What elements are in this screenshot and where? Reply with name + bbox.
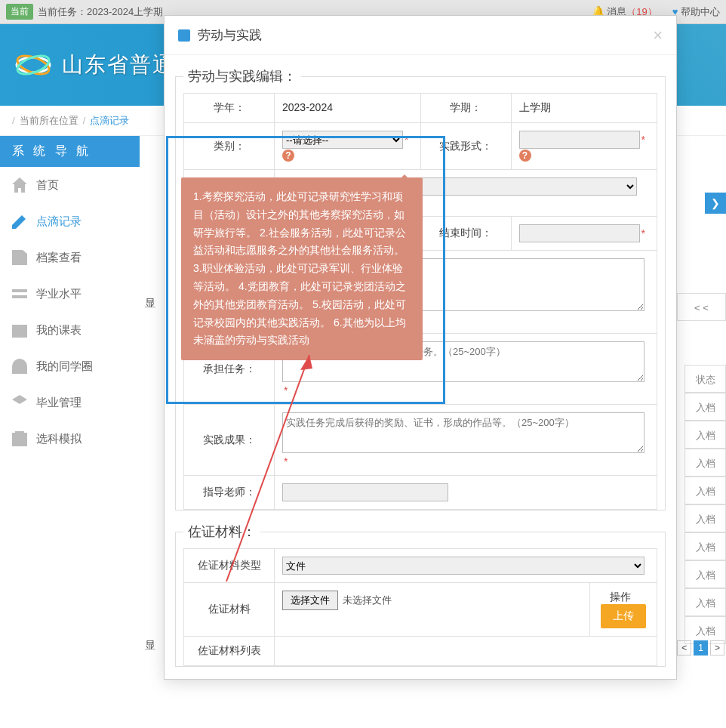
form-input[interactable] xyxy=(519,131,640,149)
sidebar-item-毕业管理[interactable]: 毕业管理 xyxy=(0,384,140,421)
ico-cal-icon xyxy=(12,322,27,338)
evidence-fieldset: 佐证材料： 佐证材料类型 文件 佐证材料 选择文件未选择文件 操作 上传 佐证材… xyxy=(175,523,666,667)
ev-type-label: 佐证材料类型 xyxy=(184,549,275,583)
status-cell: 入档 xyxy=(684,393,726,421)
teacher-label: 指导老师： xyxy=(184,476,275,510)
current-tag: 当前 xyxy=(6,4,33,20)
ico-edit-icon xyxy=(12,214,27,229)
sidebar-item-label: 点滴记录 xyxy=(36,214,82,229)
upload-button[interactable]: 上传 xyxy=(601,604,646,628)
term-label: 学期： xyxy=(420,94,511,123)
sidebar: 系 统 导 航 首页点滴记录档案查看学业水平我的课表我的同学圈毕业管理选科模拟 xyxy=(0,136,140,457)
ico-people-icon xyxy=(12,359,27,374)
teacher-input[interactable] xyxy=(282,483,448,501)
pager-top-prev2[interactable]: < < xyxy=(677,293,726,321)
logo-icon xyxy=(15,50,51,80)
type-tooltip: 1.考察探究活动，此处可记录研究性学习和项目（活动）设计之外的其他考察探究活动，… xyxy=(181,177,423,360)
pager-current[interactable]: 1 xyxy=(694,640,708,656)
result-textarea[interactable] xyxy=(282,412,644,453)
evidence-legend: 佐证材料： xyxy=(183,523,260,541)
sidebar-item-label: 毕业管理 xyxy=(36,396,82,410)
status-cell: 入档 xyxy=(684,421,726,449)
status-cell: 入档 xyxy=(684,477,726,504)
modal-icon xyxy=(178,29,190,42)
close-icon[interactable]: × xyxy=(653,27,663,44)
status-cell: 入档 xyxy=(684,449,726,477)
ico-grad-icon xyxy=(12,395,27,410)
choose-file-button[interactable]: 选择文件 xyxy=(282,591,338,610)
sidebar-item-学业水平[interactable]: 学业水平 xyxy=(0,276,140,312)
sidebar-item-label: 学业水平 xyxy=(36,287,82,301)
ico-clip-icon xyxy=(12,431,27,446)
form-label: 实践形式： xyxy=(420,123,511,170)
svg-point-0 xyxy=(17,57,50,72)
sidebar-item-我的课表[interactable]: 我的课表 xyxy=(0,312,140,348)
no-file-text: 未选择文件 xyxy=(343,594,392,606)
status-cell: 入档 xyxy=(684,504,726,532)
sidebar-item-档案查看[interactable]: 档案查看 xyxy=(0,239,140,276)
sidebar-item-label: 首页 xyxy=(36,178,59,193)
status-header: 状态 xyxy=(684,365,726,393)
sidebar-item-label: 我的同学圈 xyxy=(36,359,93,374)
end-input[interactable] xyxy=(519,224,640,242)
sidebar-item-label: 档案查看 xyxy=(36,251,82,265)
result-label: 实践成果： xyxy=(184,405,275,476)
status-cell: 入档 xyxy=(684,560,726,588)
help-link[interactable]: ♥ 帮助中心 xyxy=(672,5,720,19)
cut-text-1: 显 xyxy=(145,297,155,310)
ev-mat-label: 佐证材料 xyxy=(184,583,275,637)
status-cell: 入档 xyxy=(684,532,726,560)
sidebar-item-点滴记录[interactable]: 点滴记录 xyxy=(0,203,140,239)
term-value: 上学期 xyxy=(511,94,657,123)
ico-home-icon xyxy=(12,177,27,193)
ev-list-label: 佐证材料列表 xyxy=(184,637,275,666)
type-select[interactable]: --请选择-- xyxy=(282,131,403,149)
sidebar-item-选科模拟[interactable]: 选科模拟 xyxy=(0,421,140,457)
right-arrow-button[interactable]: ❯ xyxy=(705,193,726,214)
cut-text-2: 显 xyxy=(145,639,155,652)
sidebar-item-label: 选科模拟 xyxy=(36,432,82,446)
sidebar-item-首页[interactable]: 首页 xyxy=(0,167,140,203)
sidebar-item-label: 我的课表 xyxy=(36,323,82,338)
sidebar-item-我的同学圈[interactable]: 我的同学圈 xyxy=(0,348,140,384)
breadcrumb-page[interactable]: 点滴记录 xyxy=(90,114,129,128)
help-icon[interactable]: ? xyxy=(519,150,531,162)
ico-file-icon xyxy=(12,250,27,265)
ev-type-select[interactable]: 文件 xyxy=(282,557,644,575)
task-label: 当前任务：2023-2024上学期 xyxy=(38,5,163,19)
status-cell: 入档 xyxy=(684,588,726,616)
year-value: 2023-2024 xyxy=(275,94,421,123)
help-icon[interactable]: ? xyxy=(282,150,294,162)
end-label: 结束时间： xyxy=(420,217,511,251)
modal-title: 劳动与实践 xyxy=(198,26,645,44)
edit-legend: 劳动与实践编辑： xyxy=(183,67,301,85)
sidebar-title: 系 统 导 航 xyxy=(0,136,140,167)
pager-prev[interactable]: < xyxy=(677,640,691,656)
year-label: 学年： xyxy=(184,94,275,123)
banner-title: 山东省普通 xyxy=(62,51,175,79)
pager-next[interactable]: > xyxy=(710,640,724,656)
ico-level-icon xyxy=(12,286,27,301)
breadcrumb-loc: 当前所在位置 xyxy=(20,114,78,128)
op-label: 操作 xyxy=(610,591,631,603)
type-label: 类别： xyxy=(184,123,275,170)
